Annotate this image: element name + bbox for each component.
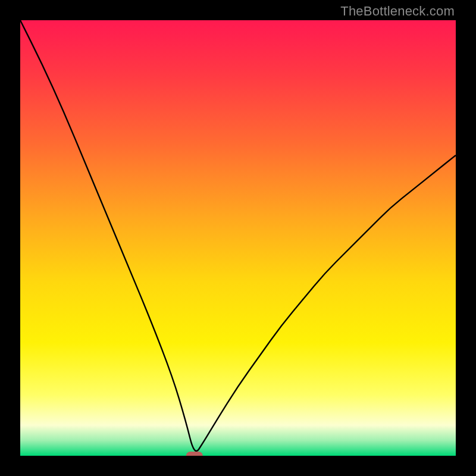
bottleneck-chart [20,20,456,456]
chart-frame: TheBottleneck.com [0,0,476,476]
chart-background [20,20,456,456]
optimal-marker [186,452,203,456]
watermark-text: TheBottleneck.com [340,4,455,19]
plot-area [20,20,456,456]
